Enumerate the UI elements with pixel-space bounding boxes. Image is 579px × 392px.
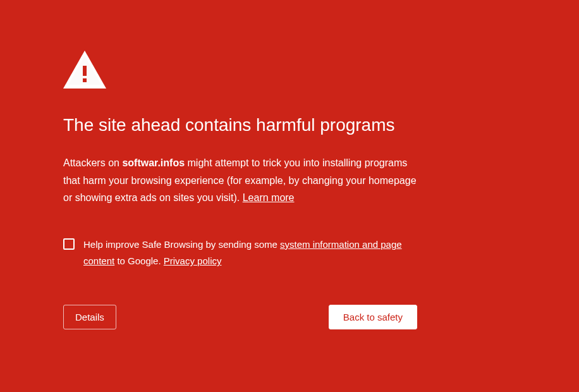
opt-in-middle: to Google. <box>117 255 161 266</box>
button-row: Details Back to safety <box>63 305 417 329</box>
privacy-policy-link[interactable]: Privacy policy <box>164 255 222 266</box>
opt-in-row: Help improve Safe Browsing by sending so… <box>63 236 417 270</box>
details-button[interactable]: Details <box>63 305 116 329</box>
svg-rect-2 <box>83 66 87 76</box>
svg-rect-3 <box>83 78 87 82</box>
warning-description: Attackers on softwar.infos might attempt… <box>63 154 417 206</box>
description-prefix: Attackers on <box>63 157 119 168</box>
site-name: softwar.infos <box>122 157 185 168</box>
back-to-safety-button[interactable]: Back to safety <box>329 305 417 329</box>
warning-triangle-icon <box>63 51 417 89</box>
opt-in-checkbox[interactable] <box>63 238 75 250</box>
opt-in-text: Help improve Safe Browsing by sending so… <box>83 236 417 270</box>
opt-in-prefix: Help improve Safe Browsing by sending so… <box>83 239 277 250</box>
learn-more-link[interactable]: Learn more <box>243 192 295 203</box>
page-title: The site ahead contains harmful programs <box>63 114 417 137</box>
safe-browsing-interstitial: The site ahead contains harmful programs… <box>0 0 480 367</box>
